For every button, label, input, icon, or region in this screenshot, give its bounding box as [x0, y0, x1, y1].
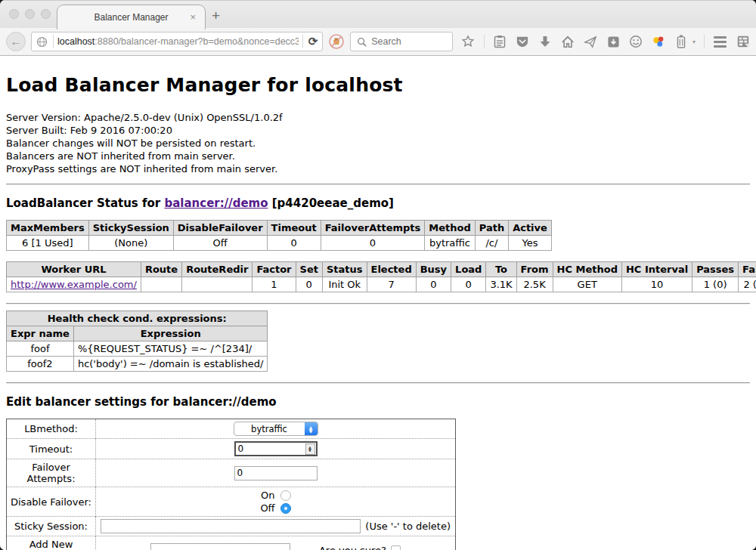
close-window-button[interactable] [9, 9, 19, 19]
failover-attempts-label: Failover Attempts: [7, 459, 96, 487]
minimize-window-button[interactable] [25, 9, 35, 19]
color-dots-icon[interactable] [652, 35, 666, 49]
search-icon [355, 35, 367, 49]
table-header-row: MaxMembers StickySession DisableFailover… [7, 221, 552, 236]
worker-url-link[interactable]: http://www.example.com/ [11, 279, 137, 290]
tab-bar: Balancer Manager × + [0, 0, 756, 28]
persist-note: Balancer changes will NOT be persisted o… [6, 137, 750, 150]
clipboard-icon[interactable] [493, 35, 507, 49]
form-row-add-worker: Add New Worker: Are you sure? [7, 536, 456, 550]
cell-route [141, 277, 181, 292]
cell-path: /c/ [475, 236, 508, 251]
chevron-down-icon[interactable]: ▾ [692, 39, 696, 45]
navigation-toolbar: ← localhost:8880/balancer-manager?b=demo… [0, 28, 756, 56]
cell-passes: 1 (0) [692, 277, 739, 292]
edit-balancer-form: LBmethod: bytraffic ▲▼ Timeout: 0 ▲▼ [6, 419, 456, 550]
form-row-timeout: Timeout: 0 ▲▼ [7, 439, 456, 459]
url-bar[interactable]: localhost:8880/balancer-manager?b=demo&n… [31, 32, 323, 51]
health-table-title: Health check cond. expressions: [7, 311, 268, 326]
cell-worker-url: http://www.example.com/ [7, 277, 141, 292]
download-icon[interactable] [538, 35, 553, 49]
table-row: foof2 hc('body') =~ /domain is establish… [7, 357, 268, 372]
search-box[interactable] [350, 32, 453, 51]
disable-failover-off-radio[interactable] [280, 503, 291, 514]
timeout-value: 0 [236, 443, 305, 454]
col-disablefailover: DisableFailover [173, 221, 267, 236]
divider [6, 184, 750, 185]
balancer-inherit-note: Balancers are NOT inherited from main se… [6, 150, 750, 162]
are-you-sure-checkbox[interactable] [391, 545, 401, 550]
col-passes: Passes [692, 262, 739, 277]
table-row: foof %{REQUEST_STATUS} =~ /^[234]/ [7, 341, 268, 357]
divider [6, 303, 750, 304]
panel-down-icon[interactable] [606, 35, 621, 49]
reload-icon[interactable]: ⟳ [307, 35, 320, 48]
cell-method: bytraffic [425, 236, 475, 251]
add-worker-input[interactable] [150, 543, 290, 550]
divider [704, 35, 705, 48]
cell-load: 0 [451, 277, 486, 292]
col-fails: Fails [739, 262, 756, 277]
sticky-session-label: Sticky Session: [7, 517, 96, 536]
table-header-row: Expr name Expression [7, 326, 268, 341]
failover-attempts-input[interactable] [234, 466, 318, 480]
divider [6, 382, 750, 384]
form-row-failover: Failover Attempts: [7, 459, 456, 487]
disable-failover-label: Disable Failover: [7, 487, 96, 517]
cell-active: Yes [509, 236, 552, 251]
send-icon[interactable] [584, 35, 598, 49]
new-tab-button[interactable]: + [212, 8, 220, 24]
cell-routeredir [182, 277, 253, 292]
disable-failover-on-radio[interactable] [280, 490, 291, 501]
tab-close-icon[interactable]: × [190, 11, 196, 23]
sticky-session-input[interactable] [101, 519, 361, 533]
window-controls [9, 9, 51, 19]
cell-elected: 7 [367, 277, 416, 292]
tab-balancer-manager[interactable]: Balancer Manager × [57, 5, 206, 29]
col-busy: Busy [416, 262, 451, 277]
col-from: From [516, 262, 553, 277]
smiley-icon[interactable] [629, 35, 643, 49]
proxypass-inherit-note: ProxyPass settings are NOT inherited fro… [6, 162, 750, 175]
col-route: Route [141, 262, 181, 277]
zoom-window-button[interactable] [41, 9, 51, 19]
server-version: Server Version: Apache/2.5.0-dev (Unix) … [6, 111, 750, 124]
col-expr-name: Expr name [7, 326, 74, 341]
number-stepper-icon[interactable]: ▲▼ [305, 443, 315, 455]
grid-page-icon[interactable] [736, 35, 750, 49]
back-button[interactable]: ← [6, 32, 26, 51]
sticky-session-hint: (Use '-' to delete) [365, 521, 451, 532]
status-heading-suffix: [p4420eeae_demo] [268, 196, 394, 210]
cell-to: 3.1K [486, 277, 516, 292]
star-icon[interactable] [461, 35, 476, 49]
col-worker-url: Worker URL [7, 262, 141, 277]
col-hc-interval: HC Interval [621, 262, 692, 277]
table-row: http://www.example.com/ 1 0 Init Ok 7 0 … [7, 277, 756, 292]
battery-icon[interactable] [674, 35, 689, 49]
cell-fails: 2 (0) [739, 277, 756, 292]
tab-title: Balancer Manager [94, 12, 168, 23]
url-host: localhost [57, 36, 94, 47]
table-row: 6 [1 Used] (None) Off 0 0 bytraffic /c/ … [7, 236, 552, 251]
pocket-icon[interactable] [516, 35, 530, 49]
col-active: Active [509, 221, 552, 236]
worker-table: Worker URL Route RouteRedir Factor Set S… [6, 261, 756, 292]
home-icon[interactable] [561, 35, 575, 49]
lbmethod-select[interactable]: bytraffic ▲▼ [234, 422, 318, 436]
timeout-input[interactable]: 0 ▲▼ [234, 441, 318, 456]
off-label: Off [260, 502, 274, 514]
search-input[interactable] [371, 36, 448, 47]
cell-expression: hc('body') =~ /domain is established/ [73, 357, 268, 372]
cell-status: Init Ok [322, 277, 367, 292]
shield-block-icon[interactable] [328, 33, 345, 50]
page-content: Load Balancer Manager for localhost Serv… [0, 56, 756, 550]
col-to: To [486, 262, 516, 277]
col-expression: Expression [73, 326, 268, 341]
col-set: Set [296, 262, 322, 277]
menu-icon[interactable] [713, 35, 727, 49]
col-status: Status [322, 262, 367, 277]
balancer-demo-link[interactable]: balancer://demo [164, 196, 268, 210]
divider [484, 35, 485, 48]
server-built: Server Built: Feb 9 2016 07:00:20 [6, 124, 750, 137]
col-elected: Elected [367, 262, 416, 277]
